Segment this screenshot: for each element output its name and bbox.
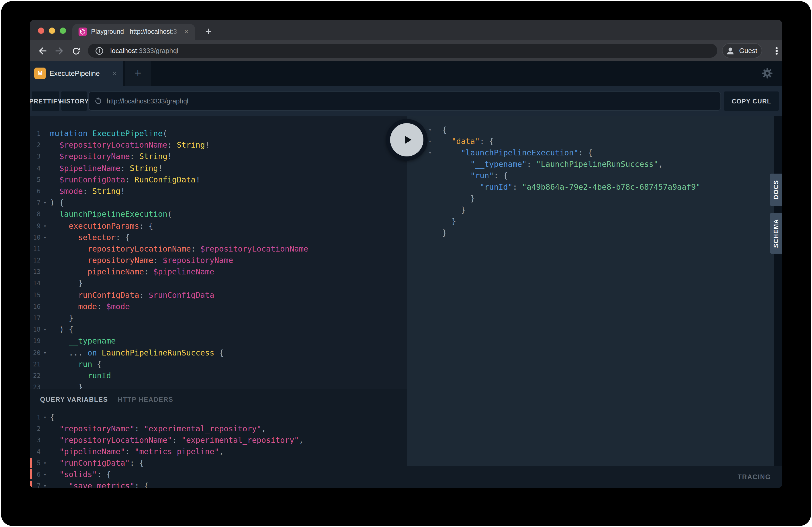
fold-arrow-icon[interactable]: ▾ (41, 220, 49, 231)
side-tab-strip (774, 116, 782, 488)
docs-tab[interactable]: DOCS (770, 174, 782, 206)
line-number: 8 (30, 209, 41, 220)
browser-menu-button[interactable] (770, 45, 782, 57)
line-number: 19 (30, 335, 41, 347)
fold-spacer (429, 181, 441, 193)
execute-button[interactable] (386, 119, 427, 161)
site-info-icon[interactable] (95, 46, 103, 55)
line-number: 9 (30, 220, 41, 231)
fold-arrow-icon[interactable]: ▾ (41, 347, 49, 358)
playground-tab[interactable]: M ExecutePipeline × (30, 61, 123, 86)
line-number: 6 (30, 185, 41, 197)
code-line: 12 repositoryName: $repositoryName (30, 255, 407, 266)
code-line: 11 repositoryLocationName: $repositoryLo… (30, 243, 407, 255)
fold-spacer (429, 170, 441, 181)
fold-arrow-icon[interactable]: ▾ (429, 124, 441, 136)
fold-spacer (41, 162, 49, 174)
minimize-window-button[interactable] (49, 28, 55, 34)
fold-spacer (41, 312, 49, 324)
fold-spacer (41, 255, 49, 266)
code-line: 15 runConfigData: $runConfigData (30, 289, 407, 301)
profile-button[interactable]: Guest (722, 43, 762, 58)
line-number: 5 (30, 174, 41, 185)
fold-spacer (429, 227, 441, 239)
fold-spacer (41, 139, 49, 151)
address-bar[interactable]: localhost:3333/graphql (88, 44, 717, 58)
code-line: 2 $repositoryLocationName: String! (30, 139, 407, 151)
endpoint-input[interactable]: http://localhost:3333/graphql (88, 91, 721, 111)
code-line: } (429, 216, 774, 227)
code-line: 5▾ "runConfigData": { (30, 457, 407, 469)
code-line: 20▾ ... on LaunchPipelineRunSuccess { (30, 347, 407, 358)
code-line: 7▾) { (30, 197, 407, 208)
fold-arrow-icon[interactable]: ▾ (41, 324, 49, 335)
fold-spacer (41, 209, 49, 220)
fold-arrow-icon[interactable]: ▾ (429, 147, 441, 159)
kebab-menu-icon (776, 47, 778, 49)
reload-button[interactable] (69, 44, 83, 58)
fold-spacer (41, 423, 49, 435)
new-tab-button[interactable]: + (201, 24, 216, 39)
query-editor[interactable]: 1mutation ExecutePipeline(2 $repositoryL… (30, 128, 407, 393)
line-number: 1 (30, 128, 41, 139)
code-line: 2 "repositoryName": "experimental_reposi… (30, 423, 407, 435)
line-number: 4 (30, 446, 41, 457)
code-line: 18▾ ) { (30, 324, 407, 335)
line-number: 15 (30, 289, 41, 301)
fold-arrow-icon[interactable]: ▾ (41, 469, 49, 480)
prettify-button[interactable]: PRETTIFY (32, 91, 59, 111)
url-path: :3333/graphql (137, 47, 178, 55)
forward-button[interactable] (53, 44, 66, 58)
fold-arrow-icon[interactable]: ▾ (41, 412, 49, 423)
settings-gear-icon[interactable] (761, 67, 773, 79)
fold-spacer (41, 301, 49, 312)
tab-http-headers[interactable]: HTTP HEADERS (118, 396, 173, 403)
code-line: 8 launchPipelineExecution( (30, 209, 407, 220)
playground-tab-close-icon[interactable]: × (112, 61, 117, 86)
browser-titlebar: Playground - http://localhost:3 × + (30, 20, 782, 40)
reload-icon (71, 46, 81, 56)
schema-tab[interactable]: SCHEMA (770, 213, 782, 254)
zoom-window-button[interactable] (60, 28, 66, 34)
line-number: 14 (30, 278, 41, 289)
fold-arrow-icon[interactable]: ▾ (429, 136, 441, 147)
fold-spacer (41, 174, 49, 185)
fold-spacer (41, 446, 49, 457)
playground-new-tab-button[interactable]: + (125, 61, 151, 86)
code-line: 4 $pipelineName: String! (30, 162, 407, 174)
copy-curl-button[interactable]: COPY CURL (724, 91, 779, 111)
code-line: 13 pipelineName: $pipelineName (30, 266, 407, 278)
browser-toolbar: localhost:3333/graphql Guest (30, 40, 782, 61)
fold-arrow-icon[interactable]: ▾ (41, 480, 49, 488)
fold-spacer (429, 216, 441, 227)
fold-arrow-icon[interactable]: ▾ (41, 457, 49, 469)
response-pane: ▾{▾ "data": {▾ "launchPipelineExecution"… (407, 116, 774, 488)
back-button[interactable] (36, 44, 49, 58)
code-line: 22 runId (30, 370, 407, 381)
tab-close-icon[interactable]: × (182, 27, 191, 36)
close-window-button[interactable] (38, 28, 44, 34)
code-line: 14 } (30, 278, 407, 289)
variables-section: QUERY VARIABLES HTTP HEADERS 1▾{2 "repos… (30, 389, 407, 488)
lint-marker (30, 469, 31, 479)
code-line: 3 "repositoryLocationName": "experimenta… (30, 435, 407, 446)
history-button[interactable]: HISTORY (61, 91, 87, 111)
playground-tab-bar: M ExecutePipeline × + (30, 61, 782, 86)
fold-arrow-icon[interactable]: ▾ (41, 231, 49, 243)
browser-tab[interactable]: Playground - http://localhost:3 × (72, 24, 195, 40)
url-host: localhost (110, 47, 137, 55)
tracing-bar: TRACING (407, 466, 782, 488)
playground-toolbar: PRETTIFY HISTORY http://localhost:3333/g… (30, 86, 782, 116)
code-line: 1mutation ExecutePipeline( (30, 128, 407, 139)
fold-arrow-icon[interactable]: ▾ (41, 197, 49, 208)
back-arrow-icon (38, 46, 48, 56)
code-line: ▾ "data": { (429, 136, 774, 147)
fold-spacer (41, 185, 49, 197)
avatar-icon (725, 45, 736, 56)
tracing-toggle[interactable]: TRACING (738, 466, 771, 488)
tab-query-variables[interactable]: QUERY VARIABLES (40, 396, 108, 403)
variables-editor[interactable]: 1▾{2 "repositoryName": "experimental_rep… (30, 412, 407, 488)
code-line: 7▾ "save_metrics": { (30, 480, 407, 488)
lint-marker (30, 458, 31, 468)
fold-spacer (41, 370, 49, 381)
